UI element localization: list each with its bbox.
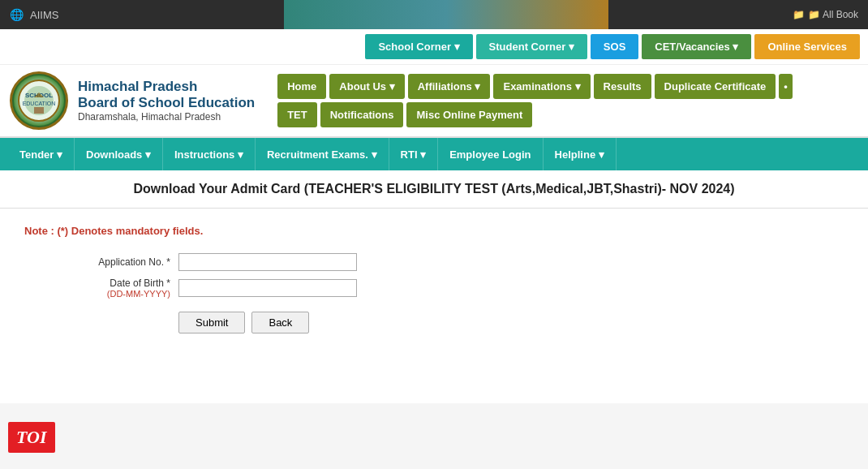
svg-rect-4	[34, 107, 44, 114]
logo-inner: SCHOOL EDUCATION	[14, 75, 64, 126]
school-corner-btn[interactable]: School Corner ▾	[365, 34, 472, 59]
aiims-label[interactable]: AIIMS	[30, 9, 58, 21]
app-no-row: Application No. *	[41, 253, 844, 271]
online-services-btn[interactable]: Online Services	[754, 34, 860, 59]
org-info: Himachal Pradesh Board of School Educati…	[78, 79, 255, 123]
app-no-input[interactable]	[178, 253, 357, 271]
results-btn[interactable]: Results	[594, 74, 651, 99]
dob-input[interactable]	[178, 279, 357, 297]
sos-btn[interactable]: SOS	[591, 34, 638, 59]
bookmarks-icon: 📁	[793, 9, 805, 20]
cet-vacancies-btn[interactable]: CET/Vacancies ▾	[642, 34, 751, 59]
back-button[interactable]: Back	[251, 312, 309, 333]
misc-payment-btn[interactable]: Misc Online Payment	[406, 102, 532, 127]
header-row: SCHOOL EDUCATION Himachal Pradesh Board …	[0, 65, 868, 138]
student-corner-btn[interactable]: Student Corner ▾	[476, 34, 587, 59]
page-title-bar: Download Your Admit Card (TEACHER'S ELIG…	[0, 170, 868, 209]
employee-login-nav[interactable]: Employee Login	[438, 138, 543, 170]
home-btn[interactable]: Home	[277, 74, 326, 99]
logo: SCHOOL EDUCATION	[10, 71, 68, 130]
notifications-btn[interactable]: Notifications	[320, 102, 404, 127]
globe-icon: 🌐	[10, 8, 24, 21]
form-table: Application No. * Date of Birth * (DD-MM…	[41, 253, 844, 333]
helpline-nav[interactable]: Helpline ▾	[544, 138, 617, 170]
tender-nav[interactable]: Tender ▾	[8, 138, 75, 170]
examinations-btn[interactable]: Examinations ▾	[493, 74, 590, 99]
main-nav: Home About Us ▾ Affiliations ▾ Examinati…	[277, 74, 858, 127]
submit-button[interactable]: Submit	[178, 312, 245, 333]
duplicate-cert-btn[interactable]: Duplicate Certificate	[655, 74, 776, 99]
tet-btn[interactable]: TET	[277, 102, 317, 127]
svg-text:EDUCATION: EDUCATION	[23, 101, 56, 106]
form-area: Note : (*) Denotes mandatory fields. App…	[0, 209, 868, 403]
rti-nav[interactable]: RTI ▾	[389, 138, 439, 170]
dob-format: (DD-MM-YYYY)	[41, 289, 170, 299]
about-us-btn[interactable]: About Us ▾	[329, 74, 404, 99]
downloads-nav[interactable]: Downloads ▾	[75, 138, 163, 170]
org-name2: Board of School Education	[78, 95, 255, 111]
org-sub: Dharamshala, Himachal Pradesh	[78, 111, 255, 123]
recruitment-exams-nav[interactable]: Recruitment Exams. ▾	[256, 138, 389, 170]
mandatory-note: Note : (*) Denotes mandatory fields.	[24, 225, 844, 237]
top-bar: 🌐 AIIMS 📁 📁 All Book	[0, 0, 868, 29]
dob-row: Date of Birth * (DD-MM-YYYY)	[41, 278, 844, 299]
dob-label: Date of Birth * (DD-MM-YYYY)	[41, 278, 170, 299]
top-nav: School Corner ▾ Student Corner ▾ SOS CET…	[0, 29, 868, 65]
main-nav-row2: TET Notifications Misc Online Payment	[277, 102, 858, 127]
more-btn[interactable]: •	[779, 74, 793, 99]
instructions-nav[interactable]: Instructions ▾	[163, 138, 256, 170]
org-name1: Himachal Pradesh	[78, 79, 255, 95]
page-title: Download Your Admit Card (TEACHER'S ELIG…	[16, 182, 852, 196]
bookmarks-label: 📁 📁 All Book	[793, 9, 858, 20]
app-no-label: Application No. *	[41, 256, 170, 268]
main-nav-row1: Home About Us ▾ Affiliations ▾ Examinati…	[277, 74, 858, 99]
secondary-nav: Tender ▾ Downloads ▾ Instructions ▾ Recr…	[0, 138, 868, 170]
form-buttons: Submit Back	[178, 312, 844, 333]
affiliations-btn[interactable]: Affiliations ▾	[408, 74, 491, 99]
